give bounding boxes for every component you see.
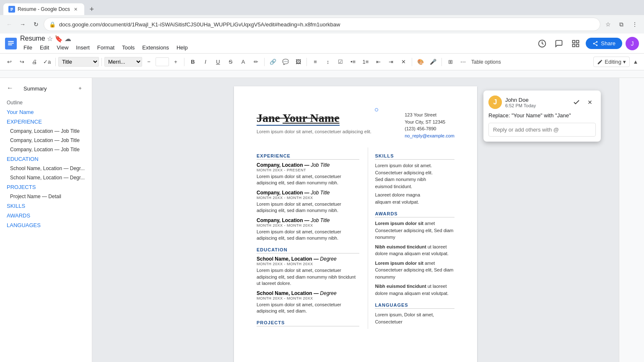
docs-header-right: Share J [535, 37, 639, 50]
redo-button[interactable]: ↪ [16, 56, 28, 68]
browser-tabs: Resume - Google Docs ✕ + [0, 0, 644, 15]
main-content: ← Summary + Outline Your Name EXPERIENCE… [0, 78, 644, 362]
back-button[interactable]: ← [3, 18, 15, 30]
comment-username: John Doe [505, 97, 567, 103]
comment-avatar: J [488, 96, 502, 109]
strikethrough-button[interactable]: S [225, 56, 236, 68]
increase-indent-button[interactable]: ⇥ [385, 56, 397, 68]
editing-mode-chevron: ▾ [623, 59, 626, 65]
bookmark-icon[interactable]: 🔖 [55, 35, 63, 43]
spellcheck-button[interactable]: ✓a [41, 56, 53, 68]
menu-tools[interactable]: Tools [119, 43, 138, 52]
menu-help[interactable]: Help [173, 43, 191, 52]
clear-format-button[interactable]: ✕ [397, 56, 409, 68]
share-button[interactable]: Share [586, 38, 622, 49]
sidebar-item-school1[interactable]: School Name, Location — Degr... [0, 164, 92, 173]
font-size-increase-button[interactable]: + [170, 56, 182, 68]
highlight-color-button[interactable]: 🎨 [415, 56, 426, 68]
share-label: Share [601, 40, 615, 47]
font-size-input[interactable]: 36 [156, 57, 169, 66]
job-1: Company, Location — Job Title MONTH 20XX… [257, 162, 359, 186]
comment-user-info: John Doe 6:52 PM Today [505, 97, 567, 108]
school-1-desc: Lorem ipsum dolor sit amet, consectetuer… [257, 267, 359, 287]
voice-input-button[interactable]: 🎤 [427, 56, 439, 68]
comment-resolve-button[interactable] [571, 96, 582, 108]
menu-file[interactable]: File [20, 43, 36, 52]
star-icon[interactable]: ☆ [47, 35, 53, 43]
italic-button[interactable]: I [200, 56, 211, 68]
reload-button[interactable]: ↻ [30, 18, 42, 30]
sidebar-item-your-name[interactable]: Your Name [0, 107, 92, 117]
highlight-button[interactable]: ✏ [250, 56, 262, 68]
svg-rect-11 [576, 44, 579, 47]
bullet-list-button[interactable]: •≡ [347, 56, 359, 68]
columns-button[interactable]: ⊞ [444, 56, 456, 68]
docs-header: Resume ☆ 🔖 ☁ File Edit View Insert Forma… [0, 34, 644, 54]
resume-header-row: Jane Your Name Lorem ipsum dolor sit ame… [257, 111, 454, 139]
decrease-indent-button[interactable]: ⇤ [372, 56, 384, 68]
print-button[interactable]: 🖨 [29, 56, 40, 68]
editing-mode-indicator[interactable]: Editing ▾ [593, 57, 630, 67]
text-color-button[interactable]: A [237, 56, 249, 68]
sidebar-item-job1[interactable]: Company, Location — Job Title [0, 127, 92, 136]
menu-format[interactable]: Format [94, 43, 118, 52]
toolbar-collapse-button[interactable]: ▲ [631, 57, 641, 67]
job-1-title: Company, Location — Job Title [257, 162, 359, 168]
image-button[interactable]: 🖼 [292, 56, 304, 68]
link-button[interactable]: 🔗 [267, 56, 279, 68]
right-panel [619, 78, 644, 362]
view-mode-button[interactable] [569, 37, 582, 50]
tab-close-button[interactable]: ✕ [73, 6, 79, 13]
options-button[interactable]: ⋯ [457, 56, 469, 68]
sidebar-add-button[interactable]: + [75, 83, 85, 93]
comment-popup: J John Doe 6:52 PM Today [483, 90, 601, 142]
extensions-button[interactable]: ⧉ [615, 18, 627, 30]
address-bar[interactable]: 🔒 docs.google.com/document/d/1RwajI_K1-i… [44, 18, 600, 31]
sidebar-item-skills[interactable]: SKILLS [0, 201, 92, 211]
sidebar-item-awards[interactable]: AWARDS [0, 211, 92, 220]
underline-button[interactable]: U [212, 56, 224, 68]
heading-style-select[interactable]: Title Heading 1 Normal text [58, 57, 99, 67]
cloud-icon[interactable]: ☁ [65, 35, 71, 43]
numbered-list-button[interactable]: 1≡ [360, 56, 371, 68]
table-options-label[interactable]: Table options [471, 59, 501, 65]
doc-area[interactable]: Jane Your Name Lorem ipsum dolor sit ame… [92, 78, 619, 362]
sidebar-back-button[interactable]: ← [7, 84, 13, 92]
languages-header: LANGUAGES [375, 303, 454, 309]
comment-inline-button[interactable]: 💬 [280, 56, 291, 68]
menu-extensions[interactable]: Extensions [139, 43, 172, 52]
menu-edit[interactable]: Edit [36, 43, 52, 52]
history-button[interactable] [535, 37, 549, 50]
menu-insert[interactable]: Insert [73, 43, 93, 52]
align-button[interactable]: ≡ [309, 56, 321, 68]
job-3: Company, Location — Job Title MONTH 20XX… [257, 217, 359, 242]
sidebar-item-experience[interactable]: EXPERIENCE [0, 117, 92, 127]
font-size-decrease-button[interactable]: − [143, 56, 155, 68]
sidebar-item-education[interactable]: EDUCATION [0, 154, 92, 164]
new-tab-button[interactable]: + [86, 3, 98, 15]
menu-button[interactable]: ⋮ [629, 18, 641, 30]
sidebar-item-projects[interactable]: PROJECTS [0, 182, 92, 192]
line-spacing-button[interactable]: ↕ [322, 56, 334, 68]
sidebar-item-job3[interactable]: Company, Location — Job Title [0, 145, 92, 154]
checklist-button[interactable]: ☑ [335, 56, 346, 68]
bookmark-button[interactable]: ☆ [602, 18, 614, 30]
comment-close-button[interactable] [584, 96, 596, 108]
menu-view[interactable]: View [53, 43, 72, 52]
job-3-date: MONTH 20XX - MONTH 20XX [257, 223, 359, 228]
forward-button[interactable]: → [17, 18, 29, 30]
sidebar-item-job2[interactable]: Company, Location — Job Title [0, 136, 92, 145]
font-family-select[interactable]: Merri... [104, 57, 142, 67]
sidebar-item-languages[interactable]: LANGUAGES [0, 220, 92, 230]
bold-button[interactable]: B [187, 56, 199, 68]
comment-button[interactable] [552, 37, 566, 50]
school-1: School Name, Location — Degree MONTH 20X… [257, 256, 359, 287]
comment-reply-input[interactable] [488, 123, 596, 137]
sidebar-item-project1[interactable]: Project Name — Detail [0, 192, 92, 201]
sidebar-item-school2[interactable]: School Name, Location — Degr... [0, 173, 92, 182]
docs-title[interactable]: Resume [20, 35, 45, 42]
school-2-date: MONTH 20XX - MONTH 20XX [257, 296, 359, 300]
active-tab[interactable]: Resume - Google Docs ✕ [3, 3, 84, 15]
user-avatar[interactable]: J [626, 37, 639, 50]
undo-button[interactable]: ↩ [3, 56, 15, 68]
